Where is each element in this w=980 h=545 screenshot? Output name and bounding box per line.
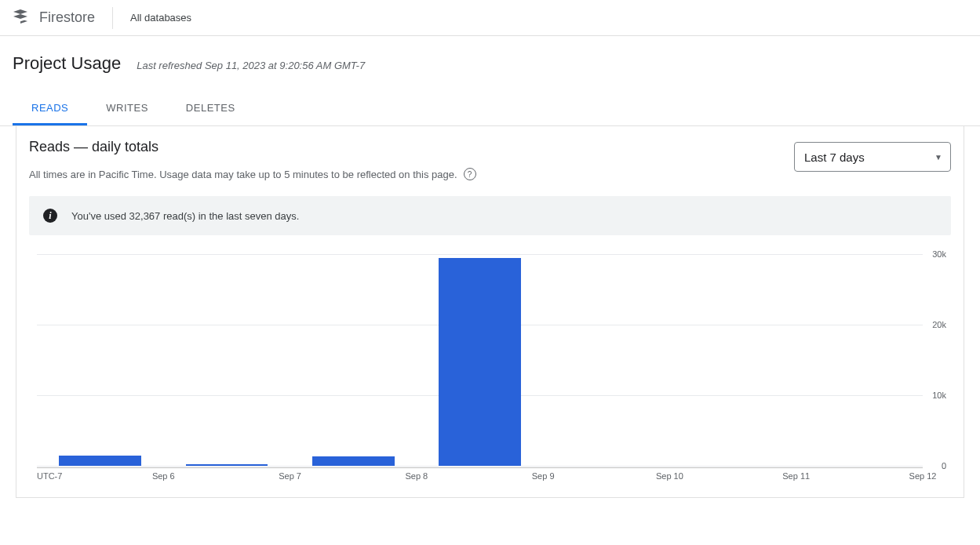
time-range-select[interactable]: Last 7 days ▼ xyxy=(794,142,951,172)
reads-chart: 010k20k30k UTC-7Sep 6Sep 7Sep 8Sep 9Sep … xyxy=(29,254,951,481)
help-icon[interactable]: ? xyxy=(464,168,476,180)
y-axis-label: 10k xyxy=(932,391,946,400)
chart-bar[interactable] xyxy=(312,456,395,466)
gridline xyxy=(37,466,923,467)
card-title: Reads — daily totals xyxy=(29,139,476,155)
top-bar: Firestore All databases xyxy=(0,0,980,36)
page-title: Project Usage xyxy=(13,53,121,74)
x-axis-label: Sep 7 xyxy=(279,471,301,481)
x-axis-label: Sep 11 xyxy=(782,471,810,481)
database-scope-selector[interactable]: All databases xyxy=(130,12,191,24)
chart-bar[interactable] xyxy=(439,258,521,467)
y-axis-label: 0 xyxy=(942,461,946,471)
last-refreshed-text: Last refreshed Sep 11, 2023 at 9:20:56 A… xyxy=(137,60,365,71)
x-axis-label: Sep 6 xyxy=(152,471,175,481)
bar-slot xyxy=(669,254,796,466)
tab-deletes[interactable]: DELETES xyxy=(167,93,254,125)
product-name: Firestore xyxy=(39,9,95,26)
timezone-label: UTC-7 xyxy=(37,471,62,481)
bar-slot xyxy=(290,254,417,466)
y-axis-label: 30k xyxy=(932,249,946,259)
banner-text: You've used 32,367 read(s) in the last s… xyxy=(71,210,299,222)
bar-slot xyxy=(417,254,543,466)
page-header: Project Usage Last refreshed Sep 11, 202… xyxy=(0,36,980,74)
x-axis-label: Sep 12 xyxy=(909,471,937,481)
bar-slot xyxy=(796,254,923,466)
usage-tabs: READS WRITES DELETES xyxy=(0,93,980,126)
header-divider xyxy=(112,7,113,29)
time-range-value: Last 7 days xyxy=(804,151,865,164)
x-axis-label: Sep 8 xyxy=(405,471,428,481)
bar-slot xyxy=(543,254,669,466)
tab-reads[interactable]: READS xyxy=(13,93,87,125)
bar-slot xyxy=(37,254,163,466)
usage-card: Reads — daily totals All times are in Pa… xyxy=(16,126,964,498)
dropdown-arrow-icon: ▼ xyxy=(934,153,942,162)
x-axis-label: Sep 10 xyxy=(656,471,683,481)
x-axis-label: Sep 9 xyxy=(532,471,555,481)
chart-bar[interactable] xyxy=(186,464,268,466)
card-subtitle-row: All times are in Pacific Time. Usage dat… xyxy=(29,168,476,180)
bar-slot xyxy=(163,254,290,466)
usage-summary-banner: i You've used 32,367 read(s) in the last… xyxy=(29,196,951,235)
product-logo-group: Firestore xyxy=(11,9,95,27)
bars-container xyxy=(37,254,923,466)
chart-bar[interactable] xyxy=(59,456,141,467)
card-subtitle: All times are in Pacific Time. Usage dat… xyxy=(29,169,457,180)
tab-writes[interactable]: WRITES xyxy=(87,93,167,125)
firestore-icon xyxy=(11,9,30,27)
y-axis-label: 20k xyxy=(932,320,946,329)
info-icon: i xyxy=(43,209,57,223)
